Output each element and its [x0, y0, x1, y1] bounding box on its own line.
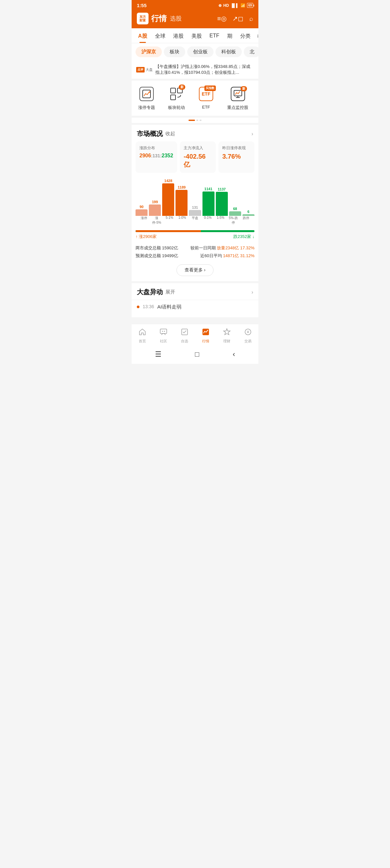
stat-vs-yesterday-label: 较前一日同期 放量2348亿 17.32% — [190, 245, 255, 251]
settings-icon[interactable]: ≡◎ — [217, 14, 227, 23]
subtab-star[interactable]: 科创板 — [216, 46, 242, 57]
market-overview-arrow[interactable]: › — [252, 131, 253, 137]
tab-etf[interactable]: ETF — [206, 28, 223, 43]
community-icon — [160, 328, 167, 338]
wifi-icon: 📶 — [240, 3, 246, 8]
anomaly-title: 大盘异动 — [137, 288, 163, 297]
system-home-button[interactable]: □ — [195, 350, 199, 359]
bar-rise-5pct[interactable]: 199 — [149, 200, 161, 216]
subtab-north[interactable]: 北 — [244, 46, 258, 57]
tab-us[interactable]: 美股 — [188, 28, 206, 43]
qa-etf[interactable]: ETF 买指数 ETF — [191, 86, 221, 111]
header-subtitle[interactable]: 选股 — [170, 14, 182, 23]
bar-1-0pct[interactable]: 1189 — [175, 185, 188, 216]
sector-rotation-icon: 新 — [168, 86, 185, 102]
bar-5pct-fall[interactable]: 68 — [229, 207, 241, 216]
nav-trade[interactable]: ¥ 交易 — [237, 327, 258, 345]
bar-fall-limit[interactable]: 6 — [242, 210, 255, 216]
stat-predicted-volume: 预测成交总额 19499亿 — [135, 253, 178, 259]
label-1-0: 1-0% — [176, 216, 188, 225]
market-stats: 两市成交总额 15902亿 较前一日同期 放量2348亿 17.32% 预测成交… — [132, 242, 258, 261]
dot-1 — [196, 120, 198, 121]
stat-total-volume: 两市成交总额 15902亿 — [135, 245, 178, 251]
system-menu-button[interactable]: ☰ — [155, 350, 162, 359]
nav-community[interactable]: 社区 — [153, 327, 174, 345]
tab-a-stock[interactable]: A股 — [134, 28, 151, 43]
news-badge: 点评 大盘 — [136, 67, 153, 72]
qa-rise-limit[interactable]: 涨停专题 — [132, 86, 162, 111]
card-distribution-title: 涨跌分布 — [139, 145, 173, 151]
tab-category[interactable]: 分类 — [236, 28, 255, 43]
view-more-button[interactable]: 查看更多 › — [176, 264, 214, 276]
svg-rect-8 — [160, 329, 167, 334]
label-1-5: 1-5% — [215, 216, 226, 225]
subtab-chinext[interactable]: 创业板 — [187, 46, 214, 57]
nav-market-label: 行情 — [202, 339, 209, 344]
tab-hk[interactable]: 港股 — [169, 28, 188, 43]
sector-rotation-badge: 新 — [179, 85, 185, 90]
spacer — [132, 317, 258, 324]
anomaly-arrow[interactable]: › — [252, 289, 253, 295]
nav-home[interactable]: 首页 — [132, 327, 153, 345]
card-yesterday-limit-value: 3.76% — [222, 153, 251, 160]
view-more-container: 查看更多 › — [132, 261, 258, 281]
card-yesterday-limit-title: 昨日涨停表现 — [222, 145, 251, 151]
fall-count-label: 跌2352家 ↓ — [233, 234, 255, 240]
search-icon[interactable]: ⌕ — [249, 15, 253, 23]
label-fall-limit: 跌停 — [240, 216, 252, 225]
card-main-flow[interactable]: 主力净流入 -402.56亿 — [180, 142, 216, 173]
market-overview-header: 市场概况 收起 › — [132, 125, 258, 142]
carousel-dots — [132, 118, 258, 125]
bottom-nav: 首页 社区 自选 行情 — [132, 324, 258, 346]
nav-market[interactable]: 行情 — [195, 327, 216, 345]
header-title: 行情 — [151, 13, 167, 24]
cellular-icon: ▐▌▌ — [230, 3, 239, 8]
news-text: 【午盘播报】沪指上涨0.06%，报3348.85点；深成指上涨0.41%，报10… — [155, 64, 254, 75]
bar-rise-limit[interactable]: 90 — [135, 205, 148, 216]
nav-community-label: 社区 — [160, 339, 167, 344]
qa-etf-label: ETF — [202, 105, 210, 110]
nav-finance[interactable]: 理财 — [216, 327, 237, 345]
svg-rect-4 — [171, 95, 175, 100]
dot-2 — [200, 120, 201, 121]
bar-5-1pct[interactable]: 1428 — [162, 179, 174, 216]
card-yesterday-limit[interactable]: 昨日涨停表现 3.76% — [218, 142, 255, 173]
qa-sector-rotation[interactable]: 新 板块轮动 — [162, 86, 191, 111]
news-banner[interactable]: 点评 大盘 【午盘播报】沪指上涨0.06%，报3348.85点；深成指上涨0.4… — [132, 60, 258, 81]
etf-icon: ETF 买指数 — [198, 86, 214, 102]
nav-watchlist-label: 自选 — [181, 339, 188, 344]
nav-more-icon[interactable]: ≡ — [255, 28, 258, 43]
tab-global[interactable]: 全球 — [151, 28, 169, 43]
bar-1-5pct[interactable]: 1137 — [216, 187, 228, 216]
bar-flat[interactable]: 131 — [189, 206, 201, 216]
nav-watchlist[interactable]: 自选 — [174, 327, 195, 345]
stat-row-1: 两市成交总额 15902亿 较前一日同期 放量2348亿 17.32% — [135, 244, 255, 252]
label-5-fall: 5%-跌停 — [228, 216, 239, 225]
app-header: 东方财富 行情 选股 ≡◎ ↗◻ ⌕ — [132, 10, 258, 28]
bar-0-1pct[interactable]: 1141 — [202, 187, 215, 216]
market-overview-collapse[interactable]: 收起 — [165, 131, 175, 137]
svg-point-9 — [162, 331, 163, 332]
system-back-button[interactable]: ‹ — [233, 350, 235, 359]
subtab-shanghai[interactable]: 沪深京 — [135, 46, 162, 57]
nav-finance-label: 理财 — [223, 339, 230, 344]
nav-trade-label: 交易 — [245, 339, 252, 344]
anomaly-expand[interactable]: 展开 — [165, 289, 175, 295]
status-time: 1:55 — [137, 3, 147, 8]
battery-indicator: 69 — [247, 3, 253, 8]
tab-futures[interactable]: 期 — [223, 28, 236, 43]
bars-container: 90 199 1428 1189 131 1141 — [134, 177, 256, 216]
share-icon[interactable]: ↗◻ — [232, 14, 243, 23]
anomaly-text: AI语料走弱 — [157, 304, 181, 310]
qa-monitor[interactable]: 新 重点监控股 — [221, 86, 255, 111]
header-actions: ≡◎ ↗◻ ⌕ — [217, 14, 253, 23]
app-logo: 东方财富 — [137, 13, 149, 24]
status-bar: 1:55 ⊕ HD ▐▌▌ 📶 69 — [132, 0, 258, 10]
etf-buy-badge: 买指数 — [204, 86, 216, 91]
label-5-1: 5-1% — [164, 216, 175, 225]
anomaly-item-1[interactable]: 13:36 AI语料走弱 — [132, 300, 258, 314]
market-icon — [202, 328, 209, 338]
card-distribution[interactable]: 涨跌分布 2906:131:2352 — [135, 142, 177, 173]
rise-limit-icon — [138, 86, 155, 102]
subtab-sector[interactable]: 板块 — [164, 46, 185, 57]
